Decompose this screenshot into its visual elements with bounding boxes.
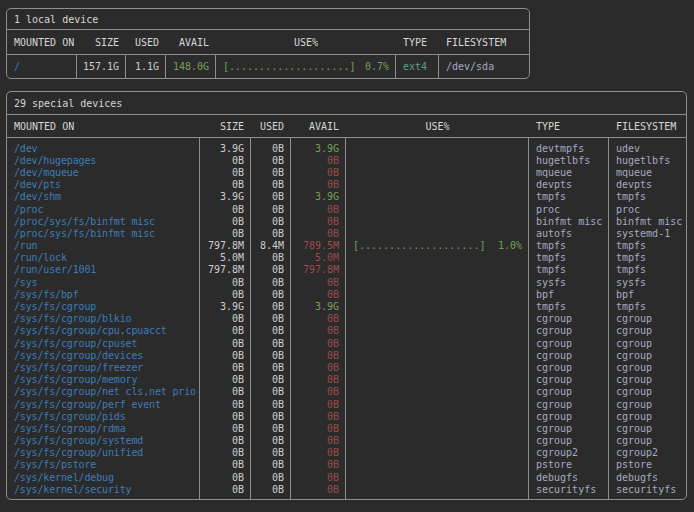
column-divider <box>76 55 77 78</box>
avail-cell: 3.9G <box>291 301 346 312</box>
avail-cell: 0B <box>291 228 346 239</box>
type-cell: binfmt_misc <box>529 216 609 227</box>
mounted-on-cell: /proc <box>7 204 200 215</box>
filesystem-cell: sysfs <box>609 277 686 288</box>
type-cell: cgroup <box>529 411 609 422</box>
device-row: /run/user/1001797.8M0B797.8Mtmpfstmpfs <box>7 264 686 276</box>
mounted-on-cell: /dev/shm <box>7 191 200 202</box>
type-cell: cgroup <box>529 435 609 446</box>
size-cell: 0B <box>200 289 251 300</box>
device-row: /proc/sys/fs/binfmt_misc0B0B0Bbinfmt_mis… <box>7 215 686 227</box>
filesystem-cell: debugfs <box>609 472 686 483</box>
type-cell: sysfs <box>529 277 609 288</box>
avail-cell: 0B <box>291 277 346 288</box>
used-cell: 0B <box>251 399 291 410</box>
device-row: /proc/sys/fs/binfmt_misc0B0B0Bautofssyst… <box>7 227 686 239</box>
column-header: USED <box>251 115 291 137</box>
type-cell: cgroup <box>529 313 609 324</box>
type-cell: bpf <box>529 289 609 300</box>
avail-cell: 0B <box>291 204 346 215</box>
used-cell: 0B <box>251 411 291 422</box>
filesystem-cell: cgroup <box>609 435 686 446</box>
device-row: /sys/fs/cgroup/freezer0B0B0Bcgroupcgroup <box>7 361 686 373</box>
mounted-on-cell: /sys/fs/cgroup/cpuset <box>7 338 200 349</box>
size-cell: 3.9G <box>200 301 251 312</box>
device-row: /sys/fs/cgroup3.9G0B3.9Gtmpfstmpfs <box>7 300 686 312</box>
size-cell: 0B <box>200 228 251 239</box>
column-header: SIZE <box>200 115 251 137</box>
size-cell: 0B <box>200 447 251 458</box>
mounted-on-cell: /sys/fs/cgroup/systemd <box>7 435 200 446</box>
size-cell: 0B <box>200 435 251 446</box>
avail-cell: 0B <box>291 338 346 349</box>
avail-cell: 0B <box>291 386 346 397</box>
mounted-on-cell: /sys/kernel/debug <box>7 472 200 483</box>
filesystem-cell: tmpfs <box>609 240 686 251</box>
filesystem-cell: tmpfs <box>609 252 686 263</box>
type-cell: proc <box>529 204 609 215</box>
used-cell: 0B <box>251 435 291 446</box>
type-cell: tmpfs <box>529 264 609 275</box>
special-table-header-row: MOUNTED ONSIZEUSEDAVAILUSE%TYPEFILESYSTE… <box>7 115 686 138</box>
mounted-on-cell: /sys/fs/cgroup/net_cls,net_prio <box>7 386 200 397</box>
device-row: /sys/fs/cgroup/rdma0B0B0Bcgroupcgroup <box>7 422 686 434</box>
column-header: USE% <box>346 115 529 137</box>
avail-cell: 0B <box>291 399 346 410</box>
size-cell: 0B <box>200 386 251 397</box>
local-table-title: 1 local device <box>7 9 529 30</box>
device-row: /sys/fs/cgroup/memory0B0B0Bcgroupcgroup <box>7 374 686 386</box>
mounted-on-cell: /sys/fs/cgroup/pids <box>7 411 200 422</box>
column-header: FILESYSTEM <box>609 115 686 137</box>
usage-percent: 1.0% <box>498 240 522 251</box>
type-cell: mqueue <box>529 167 609 178</box>
usage-cell: [....................]0.7% <box>216 61 396 72</box>
type-cell: tmpfs <box>529 240 609 251</box>
column-header: USED <box>126 30 166 54</box>
device-row: /run797.8M8.4M789.5M[...................… <box>7 240 686 252</box>
column-divider <box>608 138 609 499</box>
size-cell: 0B <box>200 374 251 385</box>
column-divider <box>290 138 291 499</box>
mounted-on-cell: /dev/mqueue <box>7 167 200 178</box>
type-cell: cgroup <box>529 374 609 385</box>
mounted-on-cell: /run/user/1001 <box>7 264 200 275</box>
device-row: /dev/hugepages0B0B0Bhugetlbfshugetlbfs <box>7 154 686 166</box>
used-cell: 0B <box>251 289 291 300</box>
used-cell: 0B <box>251 167 291 178</box>
avail-cell: 0B <box>291 362 346 373</box>
filesystem-cell: securityfs <box>609 484 686 495</box>
avail-cell: 0B <box>291 472 346 483</box>
avail-cell: 148.0G <box>166 61 216 72</box>
type-cell: tmpfs <box>529 191 609 202</box>
used-cell: 0B <box>251 447 291 458</box>
mounted-on-cell: /sys/fs/cgroup/freezer <box>7 362 200 373</box>
avail-cell: 3.9G <box>291 191 346 202</box>
mounted-on-cell: /sys/fs/cgroup/devices <box>7 350 200 361</box>
avail-cell: 0B <box>291 411 346 422</box>
column-divider <box>438 55 439 78</box>
size-cell: 0B <box>200 167 251 178</box>
duf-output: 1 local device MOUNTED ONSIZEUSEDAVAILUS… <box>6 8 688 500</box>
avail-cell: 797.8M <box>291 264 346 275</box>
size-cell: 0B <box>200 362 251 373</box>
filesystem-cell: tmpfs <box>609 301 686 312</box>
column-header: MOUNTED ON <box>7 115 200 137</box>
mounted-on-cell: /sys/fs/cgroup/perf_event <box>7 399 200 410</box>
used-cell: 0B <box>251 350 291 361</box>
avail-cell: 0B <box>291 289 346 300</box>
filesystem-cell: proc <box>609 204 686 215</box>
used-cell: 0B <box>251 228 291 239</box>
column-header: USE% <box>216 30 396 54</box>
special-table-title: 29 special devices <box>7 92 686 115</box>
mounted-on-cell: /dev/hugepages <box>7 155 200 166</box>
used-cell: 0B <box>251 277 291 288</box>
avail-cell: 0B <box>291 216 346 227</box>
avail-cell: 0B <box>291 167 346 178</box>
size-cell: 3.9G <box>200 143 251 154</box>
mounted-on-cell: /run/lock <box>7 252 200 263</box>
size-cell: 0B <box>200 155 251 166</box>
column-header: FILESYSTEM <box>439 30 529 54</box>
mounted-on-cell: /sys/fs/cgroup/blkio <box>7 313 200 324</box>
avail-cell: 0B <box>291 374 346 385</box>
avail-cell: 3.9G <box>291 143 346 154</box>
